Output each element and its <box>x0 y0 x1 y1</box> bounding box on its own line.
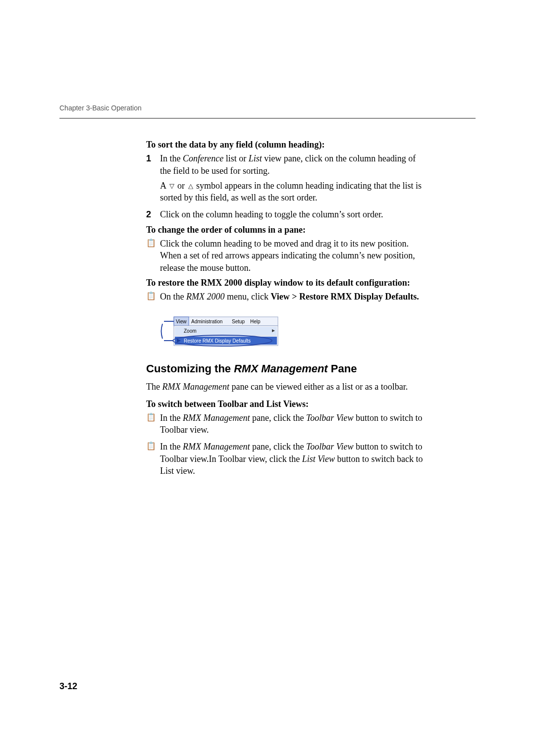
text: pane, click the <box>250 442 306 452</box>
step-body: Click the column heading to be moved and… <box>160 238 424 277</box>
proc1-title: To sort the data by any field (column he… <box>146 139 424 151</box>
text: In the <box>160 153 183 163</box>
page: Chapter 3-Basic Operation To sort the da… <box>0 0 535 756</box>
step-number: 1 <box>146 152 160 206</box>
term-rmx-management: RMX Management <box>183 442 250 452</box>
page-number: 3-12 <box>59 681 77 692</box>
proc4-title: To switch between Toolbar and List Views… <box>146 398 424 410</box>
clipboard-icon: 📋 <box>146 441 160 480</box>
text: Customizing the <box>146 362 234 375</box>
step-body: In the RMX Management pane, click the To… <box>160 441 424 480</box>
step-body: On the RMX 2000 menu, click View > Resto… <box>160 291 424 305</box>
term-list: List <box>249 153 262 163</box>
section-heading: Customizing the RMX Management Pane <box>146 361 424 376</box>
text: In the <box>160 442 183 452</box>
step-number: 2 <box>146 208 160 223</box>
proc4-bullet2: 📋 In the RMX Management pane, click the … <box>146 441 424 480</box>
text: On the <box>160 292 186 302</box>
menu-item-setup: Setup <box>232 319 245 324</box>
menu-item-view: View <box>176 319 187 324</box>
menu-screenshot: View Administration Setup Help Zoom Rest… <box>160 314 284 349</box>
svg-rect-0 <box>174 317 278 326</box>
proc2-title: To change the order of columns in a pane… <box>146 224 424 236</box>
term-toolbar-view: Toolbar View <box>306 413 354 423</box>
term-rmx-management: RMX Management <box>162 382 229 392</box>
menu-item-administration: Administration <box>191 319 222 324</box>
text: Pane <box>328 362 357 375</box>
text: menu, click <box>224 292 270 302</box>
proc4-bullet1: 📋 In the RMX Management pane, click the … <box>146 412 424 439</box>
clipboard-icon: 📋 <box>146 412 160 439</box>
term-toolbar-view: Toolbar View <box>306 442 354 452</box>
text: Click the column heading to be moved and… <box>160 238 424 274</box>
term-conference: Conference <box>183 153 223 163</box>
text: The <box>146 382 162 392</box>
running-header: Chapter 3-Basic Operation <box>59 104 476 112</box>
text: Click on the column heading to toggle th… <box>160 208 424 220</box>
proc1-step1: 1 In the Conference list or List view pa… <box>146 152 424 206</box>
header-rule <box>59 118 476 119</box>
text: list or <box>223 153 249 163</box>
menu-item-help: Help <box>250 319 261 324</box>
proc2-step1: 📋 Click the column heading to be moved a… <box>146 238 424 277</box>
text: A <box>160 181 168 191</box>
text: symbol appears in the column heading ind… <box>160 181 422 202</box>
term-rmx-management: RMX Management <box>234 362 327 375</box>
term-list-view: List View <box>302 454 335 464</box>
proc3-step1: 📋 On the RMX 2000 menu, click View > Res… <box>146 291 424 305</box>
text: pane can be viewed either as a list or a… <box>229 382 408 392</box>
term-rmx2000: RMX 2000 <box>186 292 224 302</box>
triangle-up-icon: △ <box>187 182 194 191</box>
step-body: In the RMX Management pane, click the To… <box>160 412 424 439</box>
step-body: Click on the column heading to toggle th… <box>160 208 424 223</box>
clipboard-icon: 📋 <box>146 291 160 305</box>
proc1-step2: 2 Click on the column heading to toggle … <box>146 208 424 223</box>
term-rmx-management: RMX Management <box>183 413 250 423</box>
menu-restore-defaults: Restore RMX Display Defaults <box>184 338 251 344</box>
menu-path: View > Restore RMX Display Defaults. <box>270 292 419 302</box>
section-intro: The RMX Management pane can be viewed ei… <box>146 381 424 393</box>
text: or <box>175 181 187 191</box>
body-content: To sort the data by any field (column he… <box>146 139 424 480</box>
menu-zoom: Zoom <box>184 328 197 334</box>
text: pane, click the <box>250 413 306 423</box>
text: In the <box>160 413 183 423</box>
triangle-down-icon: ▽ <box>168 182 175 191</box>
step-body: In the Conference list or List view pane… <box>160 152 424 206</box>
proc3-title: To restore the RMX 2000 display window t… <box>146 277 424 289</box>
clipboard-icon: 📋 <box>146 238 160 277</box>
